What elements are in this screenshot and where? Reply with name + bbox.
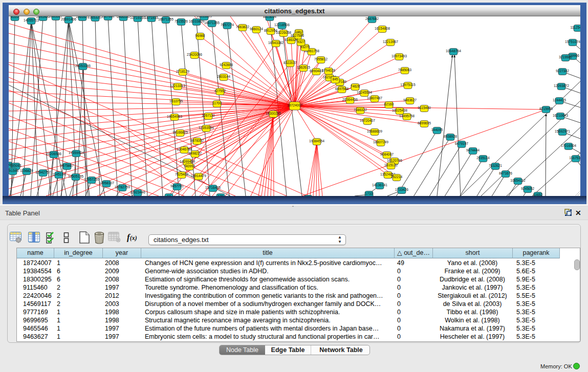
svg-text:8186328: 8186328 — [285, 38, 298, 41]
svg-text:16120746: 16120746 — [387, 159, 402, 162]
svg-text:8498222: 8498222 — [188, 151, 202, 155]
svg-text:845: 845 — [332, 77, 338, 81]
svg-text:8322037: 8322037 — [284, 61, 297, 64]
svg-text:7632621: 7632621 — [489, 164, 502, 167]
svg-text:6899695: 6899695 — [418, 121, 431, 125]
svg-text:12218506: 12218506 — [274, 23, 290, 27]
svg-text:10958107: 10958107 — [99, 181, 114, 185]
svg-text:1145194: 1145194 — [52, 172, 66, 176]
svg-text:20364436: 20364436 — [342, 98, 358, 101]
svg-text:20206536: 20206536 — [46, 152, 61, 156]
svg-text:74626: 74626 — [351, 84, 360, 88]
svg-text:3267110: 3267110 — [202, 114, 215, 117]
svg-text:1610755: 1610755 — [169, 99, 183, 103]
svg-text:16671355: 16671355 — [158, 17, 173, 21]
svg-text:8215955: 8215955 — [539, 107, 553, 111]
svg-text:9975867: 9975867 — [60, 164, 74, 167]
svg-text:12505135: 12505135 — [68, 174, 83, 178]
svg-text:140994: 140994 — [184, 164, 195, 168]
svg-text:10654112: 10654112 — [510, 179, 526, 182]
svg-text:1527602: 1527602 — [101, 16, 115, 18]
svg-text:1244415: 1244415 — [553, 98, 566, 102]
svg-text:16543382: 16543382 — [268, 41, 284, 45]
svg-text:8813054: 8813054 — [263, 16, 276, 18]
svg-text:16245534: 16245534 — [357, 91, 372, 94]
svg-text:18807249: 18807249 — [373, 140, 388, 144]
svg-text:19384554: 19384554 — [309, 139, 324, 143]
svg-text:20691406: 20691406 — [61, 17, 76, 21]
svg-text:8878352: 8878352 — [190, 139, 204, 142]
svg-text:20053346: 20053346 — [75, 64, 91, 68]
svg-text:16210643: 16210643 — [553, 114, 568, 117]
svg-text:144095: 144095 — [431, 128, 443, 132]
svg-text:1167534: 1167534 — [569, 156, 580, 160]
svg-text:7857274: 7857274 — [221, 23, 234, 27]
svg-text:9242848: 9242848 — [220, 63, 233, 67]
svg-text:15716485: 15716485 — [205, 186, 221, 189]
svg-text:9463627: 9463627 — [403, 98, 417, 102]
svg-text:19166825: 19166825 — [172, 130, 188, 134]
svg-text:9245052: 9245052 — [521, 187, 534, 190]
svg-text:19654963: 19654963 — [167, 115, 182, 118]
svg-text:18300295: 18300295 — [266, 112, 281, 115]
svg-text:9474444: 9474444 — [466, 148, 480, 152]
svg-text:18724007: 18724007 — [287, 103, 302, 107]
svg-text:391594: 391594 — [9, 169, 18, 172]
svg-text:17016504: 17016504 — [561, 144, 576, 147]
svg-text:10807487: 10807487 — [367, 96, 382, 100]
svg-text:2803144: 2803144 — [217, 75, 230, 78]
svg-text:16914479: 16914479 — [191, 174, 206, 178]
svg-text:12213967: 12213967 — [383, 40, 398, 43]
svg-text:16782759: 16782759 — [115, 185, 130, 189]
svg-text:8990443: 8990443 — [310, 69, 323, 73]
svg-text:7955812: 7955812 — [314, 57, 328, 61]
svg-text:6497568: 6497568 — [335, 87, 349, 91]
svg-text:7515526: 7515526 — [175, 19, 188, 23]
svg-text:12353594: 12353594 — [199, 126, 214, 129]
svg-text:7663822: 7663822 — [236, 25, 249, 29]
svg-text:10653267: 10653267 — [88, 16, 103, 19]
svg-text:16671355: 16671355 — [204, 21, 220, 25]
svg-text:2935114: 2935114 — [476, 156, 490, 160]
svg-text:15720407: 15720407 — [360, 119, 375, 122]
svg-text:10025438: 10025438 — [392, 108, 407, 112]
svg-text:129: 129 — [217, 194, 223, 196]
svg-text:12093872: 12093872 — [554, 84, 569, 87]
svg-text:9327: 9327 — [297, 40, 305, 43]
svg-text:8471676: 8471676 — [499, 171, 512, 175]
svg-text:9457791: 9457791 — [170, 184, 184, 188]
svg-text:14099489: 14099489 — [180, 160, 195, 163]
svg-text:1733: 1733 — [365, 192, 373, 195]
svg-text:9227342: 9227342 — [556, 69, 569, 73]
svg-text:23420046: 23420046 — [187, 53, 202, 56]
svg-text:62160: 62160 — [384, 102, 394, 106]
svg-text:2687682: 2687682 — [365, 17, 379, 20]
svg-text:10973493: 10973493 — [391, 54, 407, 58]
svg-text:3219982: 3219982 — [559, 55, 572, 59]
svg-text:7485063: 7485063 — [398, 68, 411, 72]
svg-text:9860124: 9860124 — [250, 27, 263, 31]
svg-text:252214: 252214 — [391, 175, 403, 179]
svg-text:10652: 10652 — [533, 193, 543, 196]
svg-text:7386322: 7386322 — [354, 108, 367, 112]
svg-text:6466160: 6466160 — [117, 16, 130, 18]
svg-text:13975115: 13975115 — [400, 83, 416, 86]
svg-text:17957255: 17957255 — [84, 178, 99, 181]
svg-text:10688609: 10688609 — [367, 129, 382, 133]
svg-text:10648764: 10648764 — [446, 49, 461, 53]
svg-text:11125419: 11125419 — [571, 26, 580, 29]
svg-text:1671935: 1671935 — [145, 16, 158, 19]
svg-text:185061: 185061 — [10, 164, 22, 167]
svg-text:12923446: 12923446 — [130, 190, 145, 194]
svg-text:12213313: 12213313 — [170, 84, 185, 87]
svg-text:1362615: 1362615 — [297, 65, 310, 69]
svg-text:8938928: 8938928 — [444, 135, 457, 138]
svg-text:13495758: 13495758 — [399, 114, 415, 118]
svg-text:11700: 11700 — [212, 101, 222, 105]
svg-text:53226058: 53226058 — [276, 31, 291, 34]
svg-text:17359924: 17359924 — [69, 151, 84, 155]
svg-text:2718129: 2718129 — [176, 70, 189, 73]
svg-text:10046788: 10046788 — [177, 147, 192, 151]
svg-text:15751074: 15751074 — [565, 40, 580, 43]
svg-text:7625402: 7625402 — [175, 172, 188, 176]
